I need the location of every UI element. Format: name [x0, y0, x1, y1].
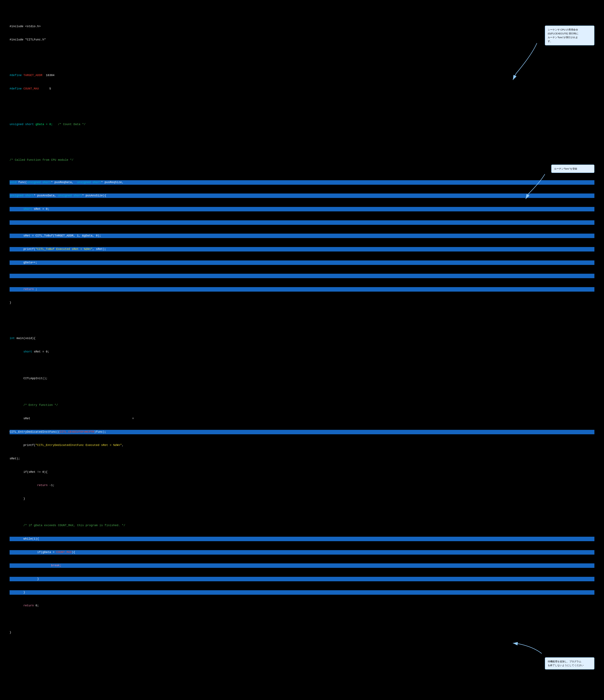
line-close-main: }: [9, 630, 595, 635]
line-close1: }: [9, 301, 595, 305]
arrow-2: [516, 173, 551, 201]
line-comment-while: /* if gData exceeds COUNT_MAX, this prog…: [9, 523, 595, 528]
line-gdata: unsigned short gData = 0; /* Count Data …: [9, 122, 595, 127]
tooltip-3-text: 待機処理を追加し、プログラム を終了しないようにしてください: [548, 660, 584, 667]
line-func-sig1: void func(unsigned short* pusReqData, un…: [9, 180, 595, 185]
line-blank7: [9, 510, 595, 515]
tooltip-2-text: ルーチン"func"を登録: [554, 167, 577, 170]
line-return-neg: return -1;: [9, 483, 595, 488]
line-main-sig: int main(void){: [9, 336, 595, 341]
line-citlappinit: CITLAppInit();: [9, 376, 595, 381]
line-blank5: [9, 363, 595, 367]
line-sret-decl: short sRet = 0;: [9, 207, 595, 211]
line-blank3: [9, 136, 595, 140]
line-close-if2: }: [9, 577, 595, 581]
line-include2: #include "CITLFunc.h": [9, 38, 595, 42]
line-entry: CITL_EntryDedicatedInstFunc((CITL_CEXECU…: [9, 430, 595, 434]
line-close-if: }: [9, 497, 595, 501]
line-sret-arg: sRet);: [9, 456, 595, 461]
line-comment1: /* Called Function from CPU module */: [9, 158, 595, 162]
line-blank-hl2: [9, 274, 595, 278]
line-blank6: [9, 390, 595, 394]
line-if: if(sRet != 0){: [9, 470, 595, 474]
tooltip-1-text: シーケンサ CPU の専用命令 (G(P).CEXECUTE) 実行時に ルーチ…: [548, 28, 578, 43]
line-sret-assign: sRet = CITL_ToBuf(TARGET_ADDR, 1, &gData…: [9, 233, 595, 238]
line-sret-main: short sRet = 0;: [9, 350, 595, 354]
line-include1: #include <stdio.h>: [9, 24, 595, 29]
tooltip-box-3: 待機処理を追加し、プログラム を終了しないようにしてください: [545, 657, 595, 670]
line-blank2: [9, 100, 595, 104]
arrow-1: [500, 42, 545, 83]
line-close-while: }: [9, 590, 595, 595]
tooltip-box-2: ルーチン"func"を登録: [551, 165, 595, 173]
line-func-sig2: unsigned short* pusAnsData, unsigned sho…: [9, 194, 595, 198]
code-container: #include <stdio.h> #include "CITLFunc.h"…: [9, 6, 595, 700]
line-while: while(1){: [9, 537, 595, 541]
line-sret-eq: sRet =: [9, 417, 595, 421]
arrow-3: [510, 638, 545, 657]
line-comment-entry: /* Entry function */: [9, 403, 595, 407]
line-blank8: [9, 617, 595, 621]
line-blank-hl1: [9, 220, 595, 225]
line-break: break;: [9, 564, 595, 568]
line-printf1: printf("CITL_ToBuf Executed sRet = %d¥n"…: [9, 247, 595, 251]
line-return0: return 0;: [9, 603, 595, 608]
line-return1: return ;: [9, 287, 595, 292]
line-if-count: if(gData > COUNT_MAX){: [9, 550, 595, 555]
line-define2: #define COUNT_MAX 5: [9, 86, 595, 91]
line-gdata-inc: gData++;: [9, 260, 595, 265]
tooltip-box-1: シーケンサ CPU の専用命令 (G(P).CEXECUTE) 実行時に ルーチ…: [545, 26, 595, 45]
line-printf2: printf("CITL_EntryDedicatedInstFunc Exec…: [9, 443, 595, 448]
line-blank4: [9, 314, 595, 318]
